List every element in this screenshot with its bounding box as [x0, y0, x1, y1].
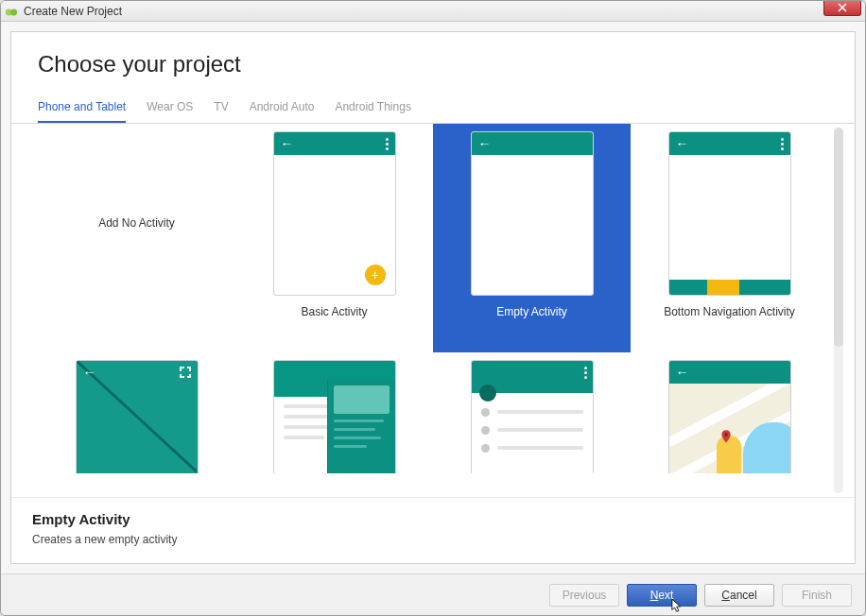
tab-phone-and-tablet[interactable]: Phone and Tablet: [38, 100, 126, 123]
tab-tv[interactable]: TV: [214, 100, 228, 123]
selection-text: Creates a new empty activity: [32, 533, 834, 546]
back-arrow-icon: ←: [478, 136, 492, 151]
template-thumbnail: ←: [76, 360, 199, 473]
template-label: Add No Activity: [98, 216, 175, 230]
back-arrow-icon: ←: [676, 136, 689, 151]
template-thumbnail: ←: [668, 360, 791, 473]
template-fullscreen-activity[interactable]: ←: [38, 352, 235, 498]
back-arrow-icon: ←: [676, 365, 689, 380]
content-pane: Choose your project Phone and Tablet Wea…: [10, 31, 856, 564]
cancel-button[interactable]: Cancel: [704, 584, 774, 607]
cancel-mnemonic: C: [721, 589, 730, 602]
device-tabs: Phone and Tablet Wear OS TV Android Auto…: [11, 83, 855, 124]
finish-button: Finish: [782, 584, 852, 607]
previous-button: Previous: [549, 584, 619, 607]
template-empty-activity[interactable]: ← Empty Activity: [433, 124, 631, 352]
page-heading: Choose your project: [38, 51, 828, 77]
overflow-icon: [781, 138, 784, 150]
map-pin-icon: [719, 429, 734, 444]
template-thumbnail: [471, 360, 594, 473]
template-navigation-drawer-activity[interactable]: [235, 352, 433, 498]
next-rest: ext: [658, 589, 673, 602]
template-thumbnail: ←: [668, 131, 791, 296]
selection-title: Empty Activity: [32, 511, 834, 527]
android-studio-icon: [5, 5, 18, 18]
wizard-footer: Previous Next Cancel Finish: [1, 573, 865, 615]
dialog-window: Create New Project Choose your project P…: [0, 0, 866, 616]
tab-android-things[interactable]: Android Things: [335, 100, 411, 123]
selection-description: Empty Activity Creates a new empty activ…: [11, 497, 855, 563]
close-button[interactable]: [823, 0, 861, 16]
overflow-icon: [386, 138, 389, 150]
close-icon: [838, 3, 847, 12]
window-title: Create New Project: [24, 5, 122, 18]
titlebar[interactable]: Create New Project: [1, 1, 865, 22]
template-basic-activity[interactable]: ← + Basic Activity: [235, 124, 433, 352]
cancel-rest: ancel: [730, 589, 757, 602]
next-button[interactable]: Next: [627, 584, 697, 607]
avatar-icon: [479, 385, 496, 402]
template-bottom-navigation-activity[interactable]: ← Bottom Navigation Activity: [631, 124, 828, 352]
overflow-icon: [584, 367, 587, 379]
appbar-preview: ←: [274, 132, 395, 155]
appbar-preview: ←: [669, 132, 790, 155]
tab-android-auto[interactable]: Android Auto: [250, 100, 315, 123]
template-label: Basic Activity: [297, 296, 371, 328]
appbar-preview: ←: [472, 132, 593, 155]
gallery-scrollbar[interactable]: [834, 128, 843, 493]
header: Choose your project: [11, 32, 855, 83]
template-label: Empty Activity: [493, 296, 571, 328]
template-add-no-activity[interactable]: Add No Activity: [38, 124, 235, 352]
template-google-maps-activity[interactable]: ←: [631, 352, 828, 498]
template-gallery-wrap: Add No Activity ← + Basic Activity: [11, 124, 855, 497]
scrollbar-thumb[interactable]: [834, 128, 843, 347]
template-thumbnail: ← +: [273, 131, 396, 296]
template-gallery[interactable]: Add No Activity ← + Basic Activity: [38, 124, 828, 497]
fullscreen-icon: [180, 367, 191, 378]
back-arrow-icon: ←: [83, 365, 96, 380]
svg-point-5: [724, 433, 727, 436]
fab-icon: +: [365, 265, 386, 285]
back-arrow-icon: ←: [281, 136, 294, 151]
tab-wear-os[interactable]: Wear OS: [147, 100, 193, 123]
appbar-preview: ←: [669, 361, 790, 384]
bottom-nav-preview: [669, 280, 790, 295]
template-thumbnail: [273, 360, 396, 473]
template-thumbnail: ←: [471, 131, 594, 296]
template-label: Bottom Navigation Activity: [660, 296, 799, 328]
svg-point-1: [10, 9, 17, 15]
template-master-detail-activity[interactable]: [433, 352, 631, 498]
